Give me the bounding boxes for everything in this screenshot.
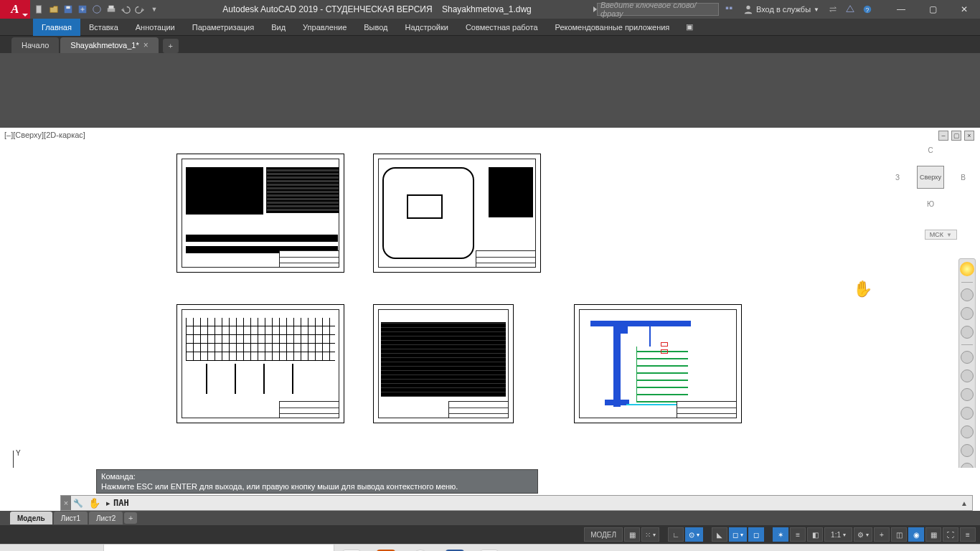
app-opera[interactable]: O xyxy=(403,545,438,552)
zoom-tool-icon[interactable] xyxy=(961,307,974,320)
tab-manage[interactable]: Управление xyxy=(294,19,355,36)
app-autocad[interactable]: A xyxy=(472,545,507,552)
undo-icon[interactable] xyxy=(119,3,132,16)
sb-otrack-icon[interactable]: ◻ xyxy=(748,527,764,542)
taskview-icon[interactable] xyxy=(69,545,103,552)
ribbon-focus-icon[interactable]: ▣ xyxy=(682,22,697,32)
cmd-config-icon[interactable]: 🔧 xyxy=(71,496,85,510)
wcs-selector[interactable]: МСК▼ xyxy=(925,230,957,240)
minimize-button[interactable]: ― xyxy=(885,0,917,19)
nav-tool-icon[interactable] xyxy=(961,444,974,457)
layout-tab-model[interactable]: Модель xyxy=(10,512,52,524)
qat-dropdown-icon[interactable]: ▼ xyxy=(148,3,161,16)
web-icon[interactable] xyxy=(90,3,103,16)
sb-isodraft-icon[interactable]: ◣ xyxy=(712,527,727,542)
vp-restore-icon[interactable]: ▢ xyxy=(951,131,961,141)
app-yandex[interactable]: Y xyxy=(334,545,369,552)
cube-east: В xyxy=(961,174,966,182)
sb-modelspace[interactable]: МОДЕЛ xyxy=(584,527,623,542)
ribbon-panel-area xyxy=(0,53,980,128)
sb-transparency-icon[interactable]: ◧ xyxy=(807,527,823,542)
layout-add-button[interactable]: + xyxy=(124,512,137,524)
search-icon[interactable] xyxy=(34,545,69,552)
start-button[interactable] xyxy=(0,545,34,552)
tab-insert[interactable]: Вставка xyxy=(80,19,127,36)
maximize-button[interactable]: ▢ xyxy=(917,0,948,19)
title-bar: A ▼ Autodesk AutoCAD 2019 - СТУДЕНЧЕСКАЯ… xyxy=(0,0,980,19)
cmd-close-icon[interactable]: × xyxy=(61,496,71,510)
sign-in-button[interactable]: Вход в службы ▼ xyxy=(740,4,822,14)
cmd-recent-icon[interactable]: ▲ xyxy=(961,499,968,507)
svg-point-4 xyxy=(93,6,101,14)
keyword-search[interactable]: Введите ключевое слово/фразу xyxy=(597,3,719,16)
tab-addins[interactable]: Надстройки xyxy=(397,19,457,36)
layout-tabs: Модель Лист1 Лист2 + xyxy=(0,511,980,525)
sb-gear-icon[interactable]: ⚙▾ xyxy=(854,527,872,542)
sb-osnap-icon[interactable]: ◻▾ xyxy=(729,527,747,542)
sb-scale[interactable]: 1:1▾ xyxy=(824,527,852,542)
saveas-icon[interactable] xyxy=(76,3,89,16)
svg-rect-6 xyxy=(109,6,114,9)
sb-customize-icon[interactable]: ≡ xyxy=(960,527,976,542)
a360-icon[interactable] xyxy=(844,3,857,16)
tab-featured[interactable]: Рекомендованные приложения xyxy=(547,19,679,36)
viewport-label[interactable]: [–][Сверху][2D-каркас] xyxy=(4,131,85,139)
exchange-icon[interactable] xyxy=(826,3,839,16)
file-tab-drawing[interactable]: Shayakhmetova_1* × xyxy=(60,37,158,53)
orbit-tool-icon[interactable] xyxy=(961,326,974,339)
redo-icon[interactable] xyxy=(133,3,146,16)
new-icon[interactable] xyxy=(33,3,46,16)
tab-view[interactable]: Вид xyxy=(263,19,294,36)
drawing-sheet-2 xyxy=(373,154,541,273)
nav-tool-icon[interactable] xyxy=(961,407,974,420)
file-tab-start[interactable]: Начало xyxy=(11,37,59,53)
new-tab-button[interactable]: + xyxy=(163,39,179,53)
sb-polar-icon[interactable]: ⊙▾ xyxy=(685,527,703,542)
pan-tool-icon[interactable] xyxy=(961,288,974,301)
voice-assistant-bar[interactable]: 🎤 xyxy=(103,545,334,552)
showmotion-icon[interactable] xyxy=(961,351,974,364)
app-logo[interactable]: A xyxy=(0,0,30,19)
plot-icon[interactable] xyxy=(105,3,118,16)
drawing-viewport[interactable]: [–][Сверху][2D-каркас] – ▢ × С З В Ю Све… xyxy=(0,128,980,468)
nav-tool-icon[interactable] xyxy=(961,463,974,468)
sb-workspace-icon[interactable]: ◫ xyxy=(891,527,907,542)
close-tab-icon[interactable]: × xyxy=(143,40,149,50)
sb-isolate-icon[interactable]: ▦ xyxy=(925,527,941,542)
sb-annoscale-icon[interactable]: + xyxy=(874,527,890,542)
infocenter-icon[interactable] xyxy=(723,3,736,16)
svg-point-9 xyxy=(746,6,750,9)
tab-parametric[interactable]: Параметризация xyxy=(184,19,263,36)
sb-ortho-icon[interactable]: ∟ xyxy=(668,527,684,542)
steering-wheel-icon[interactable] xyxy=(960,262,974,276)
tab-collaborate[interactable]: Совместная работа xyxy=(457,19,547,36)
layout-tab-sheet1[interactable]: Лист1 xyxy=(54,512,88,524)
nav-tool-icon[interactable] xyxy=(961,425,974,438)
close-button[interactable]: ✕ xyxy=(948,0,980,19)
drawing-sheet-4 xyxy=(373,304,514,423)
cube-top-face[interactable]: Сверху xyxy=(917,166,944,189)
wcs-label: МСК xyxy=(930,231,943,238)
layout-tab-sheet2[interactable]: Лист2 xyxy=(89,512,123,524)
sb-lineweight-icon[interactable]: ≡ xyxy=(790,527,806,542)
tab-output[interactable]: Вывод xyxy=(355,19,396,36)
sb-cleanscreen-icon[interactable]: ⛶ xyxy=(943,527,958,542)
save-icon[interactable] xyxy=(62,3,75,16)
help-icon[interactable]: ? xyxy=(861,3,874,16)
vp-close-icon[interactable]: × xyxy=(964,131,974,141)
tab-annotate[interactable]: Аннотации xyxy=(127,19,184,36)
app-word[interactable]: W xyxy=(438,545,472,552)
sb-snap-icon[interactable]: ⁙▾ xyxy=(641,527,659,542)
sb-grid-icon[interactable]: ▦ xyxy=(624,527,640,542)
command-line[interactable]: × 🔧 ✋ ▸ ПАН ▲ xyxy=(60,495,973,511)
sb-hardware-icon[interactable]: ◉ xyxy=(908,527,924,542)
nav-tool-icon[interactable] xyxy=(961,369,974,382)
sb-dynucs-icon[interactable]: ✶ xyxy=(773,527,788,542)
app-powerpoint[interactable]: P xyxy=(369,545,403,552)
viewcube[interactable]: С З В Ю Сверху xyxy=(901,148,960,207)
open-icon[interactable] xyxy=(47,3,60,16)
cube-north: С xyxy=(928,146,933,154)
vp-minimize-icon[interactable]: – xyxy=(938,131,948,141)
tab-home[interactable]: Главная xyxy=(33,19,80,36)
nav-tool-icon[interactable] xyxy=(961,388,974,401)
